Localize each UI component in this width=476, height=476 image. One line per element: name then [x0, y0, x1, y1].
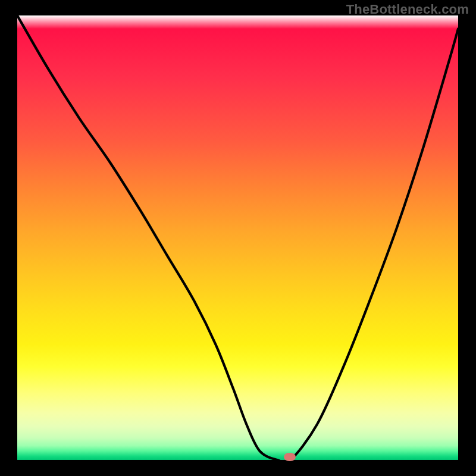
bottleneck-curve — [17, 15, 458, 460]
chart-container: TheBottleneck.com — [0, 0, 476, 476]
watermark-text: TheBottleneck.com — [346, 2, 469, 17]
curve-path — [17, 15, 458, 460]
plot-area — [17, 15, 458, 460]
optimum-marker — [284, 453, 296, 461]
